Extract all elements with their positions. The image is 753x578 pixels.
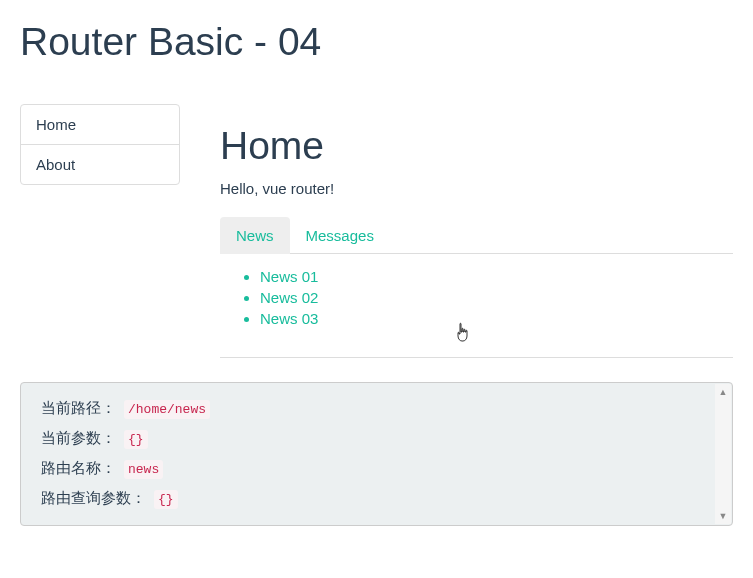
sidebar-item-home[interactable]: Home bbox=[21, 105, 179, 145]
news-item-01[interactable]: News 01 bbox=[260, 266, 733, 287]
debug-value-params: {} bbox=[124, 430, 148, 449]
debug-label-query: 路由查询参数： bbox=[41, 489, 146, 508]
debug-value-query: {} bbox=[154, 490, 178, 509]
debug-panel: 当前路径： /home/news 当前参数： {} 路由名称： news 路由查… bbox=[20, 382, 733, 526]
debug-label-params: 当前参数： bbox=[41, 429, 116, 448]
sidebar-item-about[interactable]: About bbox=[21, 145, 179, 184]
tab-messages[interactable]: Messages bbox=[290, 217, 390, 254]
main-heading: Home bbox=[220, 124, 733, 168]
main-content: Home Hello, vue router! News Messages Ne… bbox=[210, 104, 733, 358]
debug-value-name: news bbox=[124, 460, 163, 479]
debug-label-name: 路由名称： bbox=[41, 459, 116, 478]
scrollbar-down-icon[interactable]: ▼ bbox=[715, 508, 731, 524]
debug-row-name: 路由名称： news bbox=[41, 459, 712, 479]
content-wrapper: Home About Home Hello, vue router! News … bbox=[20, 104, 733, 358]
tab-news[interactable]: News bbox=[220, 217, 290, 254]
scrollbar-track[interactable]: ▲ ▼ bbox=[715, 384, 731, 524]
news-list: News 01 News 02 News 03 bbox=[220, 254, 733, 341]
scrollbar-up-icon[interactable]: ▲ bbox=[715, 384, 731, 400]
debug-row-params: 当前参数： {} bbox=[41, 429, 712, 449]
news-item-03[interactable]: News 03 bbox=[260, 308, 733, 329]
tabs: News Messages bbox=[220, 217, 733, 254]
debug-value-path: /home/news bbox=[124, 400, 210, 419]
debug-row-path: 当前路径： /home/news bbox=[41, 399, 712, 419]
sidebar: Home About bbox=[20, 104, 180, 358]
page-title: Router Basic - 04 bbox=[20, 20, 733, 64]
main-subtext: Hello, vue router! bbox=[220, 180, 733, 197]
debug-row-query: 路由查询参数： {} bbox=[41, 489, 712, 509]
debug-label-path: 当前路径： bbox=[41, 399, 116, 418]
sidebar-list: Home About bbox=[20, 104, 180, 185]
news-item-02[interactable]: News 02 bbox=[260, 287, 733, 308]
divider bbox=[220, 357, 733, 358]
